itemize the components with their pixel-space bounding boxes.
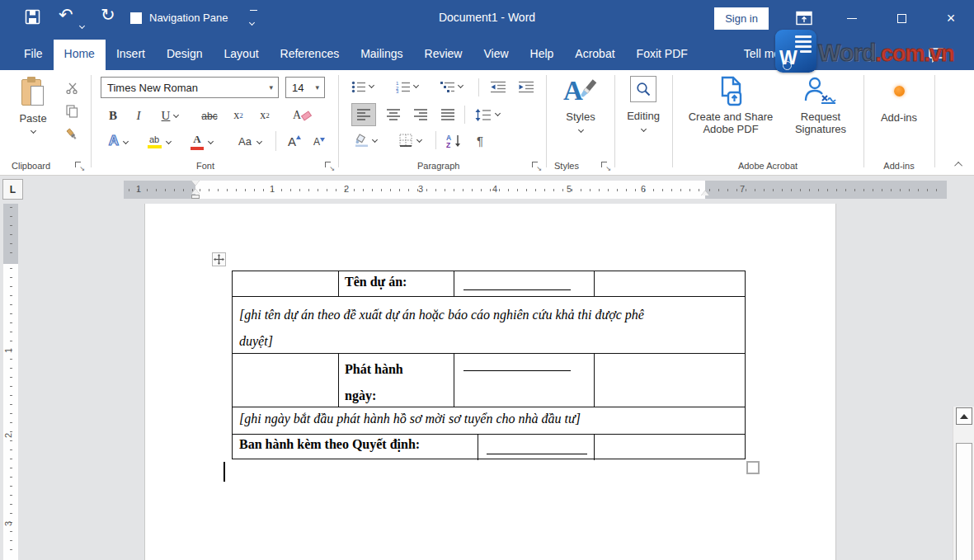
paragraph-dialog-launcher[interactable]: [531, 161, 542, 171]
tab-insert[interactable]: Insert: [106, 40, 156, 70]
ruler-bar: L 1 1 2 3 4 5 6 7: [0, 176, 974, 204]
superscript-button[interactable]: x2: [256, 106, 274, 125]
blank-underline[interactable]: [463, 360, 571, 371]
issue-date-hint[interactable]: [ghi ngày bắt đầu phát hành hồ sơ mời sơ…: [239, 412, 581, 426]
tab-references[interactable]: References: [270, 40, 351, 70]
ribbon-display-options-icon[interactable]: [792, 7, 816, 30]
tab-view[interactable]: View: [473, 40, 519, 70]
numbering-dropdown-icon[interactable]: [414, 83, 418, 87]
font-color-icon[interactable]: A: [189, 131, 205, 151]
blank-underline[interactable]: [463, 279, 571, 290]
styles-group: A Styles Styles: [546, 70, 614, 176]
table-resize-handle[interactable]: [746, 461, 760, 474]
left-indent-marker[interactable]: [191, 195, 200, 199]
clipboard-group: Paste Clipboard: [0, 70, 91, 176]
horizontal-ruler[interactable]: 1 1 2 3 4 5 6 7: [124, 181, 947, 199]
clear-formatting-icon[interactable]: A: [291, 106, 313, 125]
scroll-up-button[interactable]: [956, 407, 972, 425]
request-signatures-button[interactable]: Request Signatures: [783, 76, 859, 155]
table-move-handle[interactable]: [212, 252, 226, 266]
text-effects-dropdown-icon[interactable]: [124, 139, 128, 144]
line-spacing-icon[interactable]: [473, 106, 494, 124]
issue-date-label[interactable]: Phát hành ngày:: [345, 356, 422, 409]
vertical-ruler[interactable]: 1 2 3: [3, 204, 18, 560]
first-line-indent-marker[interactable]: [191, 181, 200, 186]
shading-icon[interactable]: [351, 131, 371, 149]
tab-mailings[interactable]: Mailings: [350, 40, 413, 70]
tab-tell-me[interactable]: Tell me: [733, 40, 791, 70]
format-painter-icon[interactable]: [63, 126, 81, 143]
shrink-font-button[interactable]: A: [310, 133, 328, 151]
styles-button[interactable]: A Styles: [558, 76, 604, 150]
multilevel-dropdown-icon[interactable]: [459, 83, 463, 87]
change-case-button[interactable]: Aa: [236, 131, 254, 151]
tab-home[interactable]: Home: [54, 40, 106, 70]
create-share-pdf-button[interactable]: Create and Share Adobe PDF: [679, 76, 783, 155]
underline-button[interactable]: U: [159, 106, 172, 125]
vertical-scrollbar[interactable]: [953, 407, 974, 560]
tab-file[interactable]: File: [13, 40, 54, 70]
multilevel-list-icon[interactable]: [439, 78, 457, 95]
font-name-combobox[interactable]: Times New Roman▾: [101, 77, 279, 98]
tab-layout[interactable]: Layout: [214, 40, 270, 70]
strikethrough-button[interactable]: abc: [198, 107, 221, 125]
justify-button[interactable]: [436, 104, 459, 125]
collapse-ribbon-icon[interactable]: [950, 157, 968, 172]
text-effects-icon[interactable]: A: [106, 131, 122, 151]
pilcrow-button[interactable]: ¶: [472, 130, 488, 150]
paste-button[interactable]: Paste: [12, 76, 54, 154]
decision-label[interactable]: Ban hành kèm theo Quyết định:: [239, 437, 420, 452]
sign-in-button[interactable]: Sign in: [714, 7, 769, 30]
project-name-label[interactable]: Tên dự án:: [345, 275, 407, 289]
tab-review[interactable]: Review: [414, 40, 473, 70]
addins-button[interactable]: Add-ins: [876, 76, 922, 150]
feedback-bubble-icon[interactable]: [929, 48, 945, 66]
cut-icon[interactable]: [63, 80, 81, 96]
bullets-icon[interactable]: [350, 78, 368, 95]
decrease-indent-icon[interactable]: [488, 78, 508, 95]
document-table[interactable]: Tên dự án: [ghi tên dự án theo đề xuất d…: [232, 271, 746, 459]
styles-dialog-launcher[interactable]: [600, 161, 611, 171]
tab-selector[interactable]: L: [2, 179, 23, 200]
clipboard-dialog-launcher[interactable]: [74, 161, 85, 171]
line-spacing-dropdown-icon[interactable]: [496, 111, 500, 115]
highlight-dropdown-icon[interactable]: [167, 139, 171, 144]
align-left-button[interactable]: [352, 104, 375, 125]
scrollbar-thumb[interactable]: [956, 443, 972, 560]
right-indent-marker[interactable]: [701, 191, 709, 195]
bold-button[interactable]: B: [106, 106, 120, 125]
align-right-button[interactable]: [409, 104, 432, 125]
increase-indent-icon[interactable]: [516, 78, 536, 95]
editing-button[interactable]: Editing: [620, 76, 666, 150]
shading-dropdown-icon[interactable]: [373, 138, 377, 142]
blank-underline[interactable]: [487, 443, 587, 454]
italic-button[interactable]: I: [132, 106, 145, 125]
close-button[interactable]: ×: [939, 7, 963, 30]
tab-acrobat[interactable]: Acrobat: [564, 40, 625, 70]
borders-dropdown-icon[interactable]: [417, 138, 421, 142]
bullets-dropdown-icon[interactable]: [369, 83, 374, 87]
numbering-icon[interactable]: 123: [394, 78, 412, 95]
align-center-button[interactable]: [382, 104, 405, 125]
change-case-dropdown-icon[interactable]: [257, 139, 261, 144]
tab-foxit-pdf[interactable]: Foxit PDF: [626, 40, 699, 70]
underline-dropdown-icon[interactable]: [174, 113, 178, 117]
subscript-button[interactable]: x2: [229, 106, 247, 125]
copy-icon[interactable]: [63, 103, 81, 120]
ruler-number: 3: [418, 184, 423, 194]
maximize-button[interactable]: [889, 7, 914, 30]
font-size-combobox[interactable]: 14▾: [285, 77, 325, 98]
tab-help[interactable]: Help: [520, 40, 565, 70]
borders-icon[interactable]: [396, 131, 416, 149]
highlight-color-icon[interactable]: ab: [145, 131, 163, 151]
project-name-hint[interactable]: [ghi tên dự án theo đề xuất dự án hoặc b…: [239, 302, 645, 355]
hanging-indent-marker[interactable]: [191, 189, 200, 194]
sort-icon[interactable]: AZ: [444, 130, 465, 150]
minimize-button[interactable]: [840, 7, 864, 30]
document-page[interactable]: Tên dự án: [ghi tên dự án theo đề xuất d…: [144, 204, 836, 560]
svg-text:Z: Z: [446, 140, 450, 148]
tab-design[interactable]: Design: [156, 40, 214, 70]
font-dialog-launcher[interactable]: [324, 161, 335, 171]
font-color-dropdown-icon[interactable]: [209, 139, 213, 144]
grow-font-button[interactable]: A: [285, 131, 303, 151]
